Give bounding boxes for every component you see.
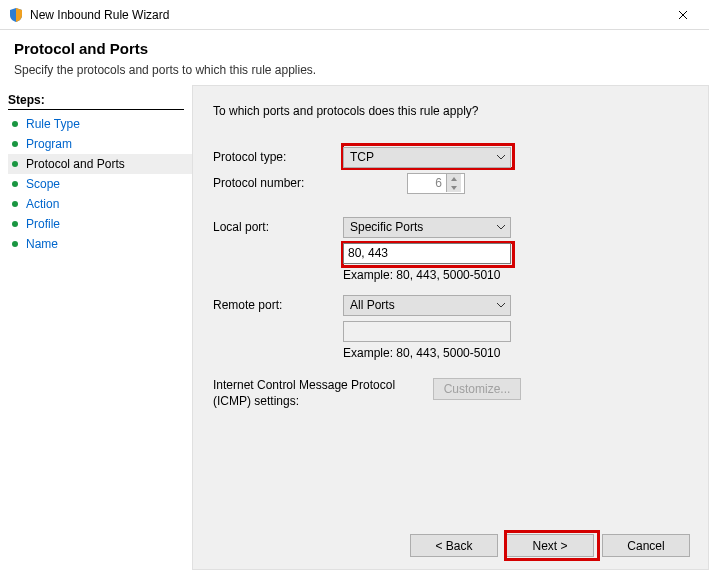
close-button[interactable]	[665, 1, 701, 29]
page-header: Protocol and Ports Specify the protocols…	[0, 30, 709, 85]
bullet-icon	[12, 201, 18, 207]
bullet-icon	[12, 241, 18, 247]
main-panel: To which ports and protocols does this r…	[192, 85, 709, 570]
titlebar: New Inbound Rule Wizard	[0, 0, 709, 30]
remote-port-input	[343, 321, 511, 342]
spinner-up-icon	[447, 174, 461, 183]
remote-port-mode-value: All Ports	[350, 298, 395, 312]
chevron-down-icon	[497, 223, 505, 231]
sidebar-step-profile[interactable]: Profile	[8, 214, 192, 234]
step-label: Action	[26, 197, 59, 211]
sidebar-step-protocol-and-ports: Protocol and Ports	[8, 154, 192, 174]
wizard-buttons: < Back Next > Cancel	[410, 534, 690, 557]
step-label: Rule Type	[26, 117, 80, 131]
chevron-down-icon	[497, 153, 505, 161]
remote-port-example: Example: 80, 443, 5000-5010	[343, 346, 688, 360]
protocol-number-spinner: 6	[407, 173, 465, 194]
spinner-down-icon	[447, 183, 461, 192]
local-port-example: Example: 80, 443, 5000-5010	[343, 268, 688, 282]
sidebar-step-name[interactable]: Name	[8, 234, 192, 254]
sidebar-step-action[interactable]: Action	[8, 194, 192, 214]
next-button[interactable]: Next >	[506, 534, 594, 557]
page-title: Protocol and Ports	[14, 40, 695, 57]
back-button[interactable]: < Back	[410, 534, 498, 557]
window-title: New Inbound Rule Wizard	[30, 8, 665, 22]
sidebar-step-program[interactable]: Program	[8, 134, 192, 154]
step-label: Protocol and Ports	[26, 157, 125, 171]
steps-heading: Steps:	[8, 93, 184, 110]
bullet-icon	[12, 221, 18, 227]
local-port-label: Local port:	[213, 220, 343, 234]
step-label: Name	[26, 237, 58, 251]
firewall-shield-icon	[8, 7, 24, 23]
step-label: Program	[26, 137, 72, 151]
step-label: Scope	[26, 177, 60, 191]
steps-sidebar: Steps: Rule TypeProgramProtocol and Port…	[0, 85, 192, 570]
sidebar-step-scope[interactable]: Scope	[8, 174, 192, 194]
local-port-mode-value: Specific Ports	[350, 220, 423, 234]
chevron-down-icon	[497, 301, 505, 309]
page-subtitle: Specify the protocols and ports to which…	[14, 63, 695, 77]
sidebar-step-rule-type[interactable]: Rule Type	[8, 114, 192, 134]
prompt-text: To which ports and protocols does this r…	[213, 104, 688, 118]
local-port-mode-select[interactable]: Specific Ports	[343, 217, 511, 238]
bullet-icon	[12, 181, 18, 187]
cancel-button[interactable]: Cancel	[602, 534, 690, 557]
protocol-type-value: TCP	[350, 150, 374, 164]
step-label: Profile	[26, 217, 60, 231]
local-port-input[interactable]	[343, 243, 511, 264]
customize-button: Customize...	[433, 378, 521, 400]
protocol-number-value: 6	[435, 176, 442, 190]
protocol-number-label: Protocol number:	[213, 176, 343, 190]
protocol-type-select[interactable]: TCP	[343, 147, 511, 168]
bullet-icon	[12, 161, 18, 167]
protocol-type-label: Protocol type:	[213, 150, 343, 164]
remote-port-label: Remote port:	[213, 298, 343, 312]
icmp-settings-label: Internet Control Message Protocol (ICMP)…	[213, 378, 433, 409]
remote-port-mode-select[interactable]: All Ports	[343, 295, 511, 316]
bullet-icon	[12, 141, 18, 147]
bullet-icon	[12, 121, 18, 127]
